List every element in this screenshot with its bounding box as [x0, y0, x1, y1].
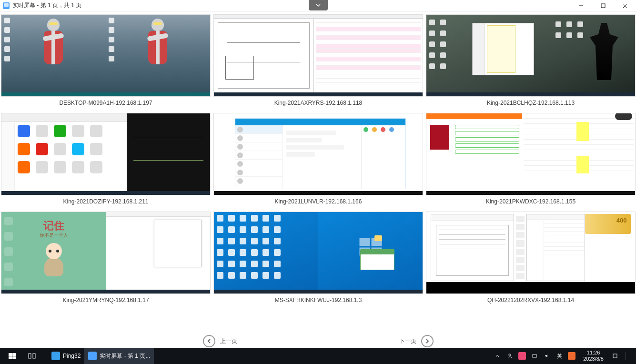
tray-network-icon[interactable]	[531, 352, 538, 360]
tray-sogou-icon[interactable]	[568, 352, 575, 360]
tray-chevron-icon[interactable]	[494, 352, 501, 360]
notification-icon[interactable]	[611, 352, 619, 360]
screen-cell: MS-SXFHKINKFWUJ-192.168.1.3	[213, 212, 423, 308]
monitor-icon	[88, 352, 97, 360]
tray-ime-indicator[interactable]: 英	[555, 352, 563, 360]
chevron-down-icon	[315, 2, 321, 8]
windows-taskbar: Ping32 实时屏幕 - 第 1 页... 英 11:26 2023/8/8	[0, 348, 636, 364]
screen-thumbnail[interactable]	[426, 14, 636, 97]
prev-page-button[interactable]: 上一页	[203, 335, 237, 347]
screen-caption: King-2021BCLHQZ-192.168.1.113	[487, 100, 575, 106]
screen-cell: King-2021PKWDXC-192.168.1.155	[426, 113, 636, 210]
screen-thumbnail[interactable]	[213, 113, 423, 195]
show-desktop-button[interactable]	[626, 352, 633, 360]
screen-thumbnail[interactable]	[213, 212, 423, 294]
cartoon-title: 记住	[43, 219, 64, 233]
screen-caption: QH-20221202RXVX-192.168.1.14	[487, 297, 574, 303]
svg-rect-1	[601, 4, 605, 8]
maximize-button[interactable]	[592, 0, 614, 11]
screen-thumbnail[interactable]	[213, 14, 423, 97]
system-tray: 英 11:26 2023/8/8	[494, 350, 636, 362]
screen-cell: DESKTOP-M099A1H-192.168.1.197	[1, 14, 211, 111]
screen-grid: DESKTOP-M099A1H-192.168.1.197 King-2021A…	[0, 11, 636, 308]
realtime-screen-label: 实时屏幕 - 第 1 页...	[100, 352, 150, 360]
taskbar-app-realtime-screen[interactable]: 实时屏幕 - 第 1 页...	[84, 348, 154, 364]
arrow-right-icon	[421, 335, 434, 347]
close-button[interactable]	[614, 0, 636, 11]
minimize-button[interactable]	[570, 0, 592, 11]
screen-caption: King-2021PKWDXC-192.168.1.155	[486, 198, 575, 205]
tray-people-icon[interactable]	[506, 352, 514, 360]
window-title: 实时屏幕 - 第 1 页，共 1 页	[12, 1, 81, 10]
svg-rect-7	[533, 354, 536, 357]
task-view-button[interactable]	[24, 348, 48, 364]
screen-thumbnail[interactable]	[1, 113, 211, 195]
svg-point-6	[509, 354, 511, 356]
next-label: 下一页	[399, 337, 416, 345]
cartoon-subtitle: 你不是一个人	[40, 232, 68, 239]
screen-thumbnail[interactable]	[1, 14, 211, 97]
ping32-label: Ping32	[63, 353, 81, 359]
taskbar-app-ping32[interactable]: Ping32	[48, 348, 84, 364]
screen-cell: King-2021AXRYRS-192.168.1.118	[213, 14, 423, 111]
screen-caption: King-2021AXRYRS-192.168.1.118	[274, 100, 363, 106]
start-button[interactable]	[0, 348, 24, 364]
monitor-icon	[3, 2, 10, 9]
screen-thumbnail[interactable]: 记住 你不是一个人	[1, 212, 211, 294]
screen-caption: King-2021LUNVLR-192.168.1.166	[275, 198, 362, 205]
dropdown-tab[interactable]	[309, 0, 328, 10]
clock-time: 11:26	[583, 350, 604, 356]
screen-caption: DESKTOP-M099A1H-192.168.1.197	[59, 100, 152, 106]
clock-date: 2023/8/8	[583, 356, 604, 362]
screen-thumbnail[interactable]: 400	[426, 212, 636, 294]
window-controls	[570, 0, 636, 11]
svg-rect-5	[33, 354, 35, 358]
windows-icon	[9, 353, 16, 359]
screen-cell: 记住 你不是一个人 King-2021YMRYNQ-192.168.1.17	[1, 212, 211, 308]
svg-rect-8	[613, 354, 617, 358]
gold-number: 400	[616, 217, 627, 224]
svg-rect-4	[29, 354, 31, 358]
taskbar-clock[interactable]: 11:26 2023/8/8	[580, 350, 606, 362]
screen-caption: King-2021YMRYNQ-192.168.1.17	[62, 297, 149, 303]
tray-app-icon[interactable]	[518, 352, 526, 360]
screen-caption: King-2021DOZIPY-192.168.1.211	[63, 198, 148, 205]
screen-cell: King-2021LUNVLR-192.168.1.166	[213, 113, 423, 210]
screen-cell: King-2021DOZIPY-192.168.1.211	[1, 113, 211, 210]
next-page-button[interactable]: 下一页	[399, 335, 434, 347]
screen-cell: King-2021BCLHQZ-192.168.1.113	[426, 14, 636, 111]
task-view-icon	[28, 352, 36, 360]
prev-label: 上一页	[220, 337, 237, 345]
screen-cell: 400 QH-20221202RXVX-192.168.1.14	[426, 212, 636, 308]
screen-caption: MS-SXFHKINKFWUJ-192.168.1.3	[275, 297, 362, 303]
screen-thumbnail[interactable]	[426, 113, 636, 195]
ping32-icon	[51, 352, 60, 360]
title-bar: 实时屏幕 - 第 1 页，共 1 页	[0, 0, 636, 11]
arrow-left-icon	[203, 335, 215, 347]
tray-volume-icon[interactable]	[543, 352, 551, 360]
pagination: 上一页 下一页	[0, 334, 636, 348]
